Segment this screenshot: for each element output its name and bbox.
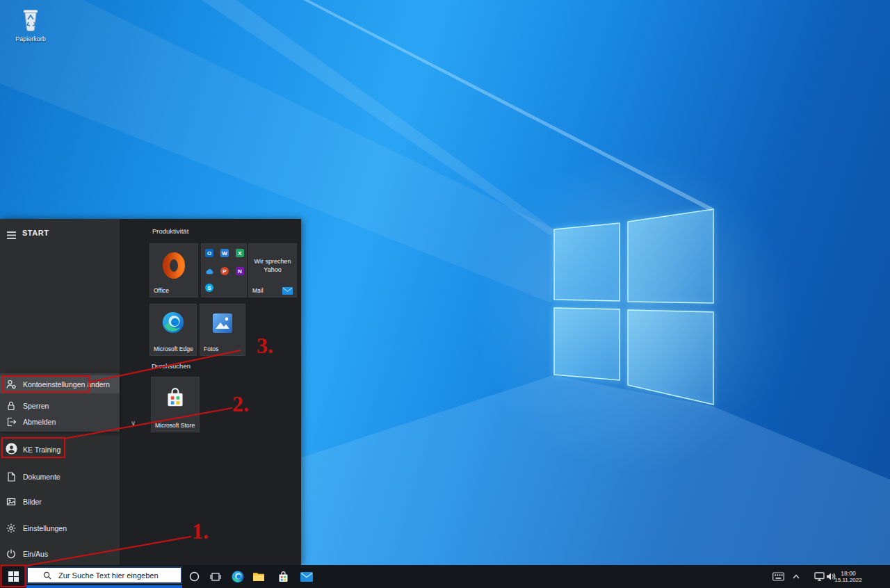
sign-out-icon: [6, 416, 17, 427]
menu-item-pictures[interactable]: Bilder: [0, 493, 120, 511]
power-icon: [6, 548, 17, 560]
store-icon: [277, 571, 289, 583]
recycle-bin-label: Papierkorb: [11, 35, 50, 42]
cortana-icon: [189, 571, 200, 582]
menu-item-sign-out[interactable]: Abmelden: [0, 413, 120, 431]
clock-time: 18:00: [841, 570, 855, 577]
file-explorer-button[interactable]: [250, 565, 268, 588]
mail-icon: [300, 572, 313, 582]
menu-item-label: Dokumente: [23, 473, 60, 481]
document-icon: [6, 471, 17, 482]
tile-label: Fotos: [204, 345, 218, 352]
taskbar-search[interactable]: [26, 566, 182, 584]
clock-date: 15.11.2022: [834, 577, 861, 584]
photos-icon: [213, 313, 232, 333]
menu-item-label: Sperren: [23, 402, 49, 410]
task-view-button[interactable]: [207, 565, 225, 588]
search-icon: [43, 571, 51, 580]
lock-icon: [6, 400, 17, 411]
pictures-icon: [6, 496, 17, 507]
menu-item-label: Kontoeinstellungen ändern: [23, 380, 110, 389]
menu-item-settings[interactable]: Einstellungen: [0, 519, 120, 537]
tile-microsoft-edge[interactable]: Microsoft Edge: [149, 304, 197, 356]
start-menu: START Kontoeinstellungen ändern Sperren: [0, 219, 301, 565]
user-avatar-icon: [6, 443, 17, 454]
tile-mail[interactable]: Wir sprechen Yahoo Mail: [248, 243, 297, 297]
tile-group-title: Durchsuchen: [152, 362, 191, 370]
office-icon: [160, 252, 188, 281]
taskbar-mail-button[interactable]: [298, 565, 316, 588]
start-button[interactable]: [0, 565, 26, 588]
edge-icon: [232, 571, 244, 583]
task-view-icon: [210, 572, 221, 582]
start-menu-header: START: [0, 227, 120, 242]
onedrive-icon: [205, 267, 213, 275]
menu-item-label: KE Training: [23, 446, 60, 454]
powerpoint-icon: P: [220, 267, 229, 275]
menu-item-label: Einstellungen: [23, 524, 67, 532]
search-input[interactable]: [57, 571, 175, 580]
taskbar-edge-button[interactable]: [229, 565, 247, 588]
folder-icon: [252, 571, 265, 582]
hamburger-menu-icon[interactable]: [7, 229, 16, 242]
touch-keyboard-icon[interactable]: [769, 565, 787, 588]
tile-office-apps[interactable]: O W X P N S: [201, 243, 247, 297]
start-menu-tiles: Produktivität Office O W X P: [120, 219, 301, 565]
office-mini-icons: O W X P N S: [205, 247, 244, 293]
network-icon[interactable]: [813, 565, 825, 588]
tile-group-title: Produktivität: [152, 227, 188, 235]
taskbar-store-button[interactable]: [274, 565, 292, 588]
mail-tile-headline: Wir sprechen Yahoo: [248, 257, 297, 274]
menu-item-label: Abmelden: [23, 418, 56, 426]
menu-item-account-settings[interactable]: Kontoeinstellungen ändern: [0, 375, 120, 393]
tile-microsoft-store[interactable]: Microsoft Store: [151, 377, 200, 432]
cortana-button[interactable]: [185, 565, 203, 588]
tile-label: Office: [154, 287, 169, 294]
skype-icon: S: [205, 284, 213, 292]
word-icon: W: [220, 249, 229, 257]
tile-label: Microsoft Store: [155, 422, 195, 429]
search-accent-underline: [26, 585, 182, 588]
recycle-bin-icon: [19, 7, 42, 32]
menu-item-documents[interactable]: Dokumente: [0, 468, 120, 486]
mail-icon: [282, 287, 293, 295]
menu-item-power[interactable]: Ein/Aus: [0, 545, 120, 563]
edge-icon: [162, 311, 184, 334]
chevron-down-icon[interactable]: ∨: [131, 419, 136, 427]
store-icon: [165, 386, 186, 409]
tile-label: Mail: [252, 287, 264, 294]
tile-fotos[interactable]: Fotos: [200, 304, 245, 356]
excel-icon: X: [236, 249, 244, 257]
menu-item-label: Bilder: [23, 498, 42, 506]
start-menu-title: START: [22, 229, 49, 237]
onenote-icon: N: [236, 267, 244, 275]
tray-chevron-up-icon[interactable]: [791, 565, 802, 588]
settings-gear-icon: [6, 523, 17, 534]
tile-office[interactable]: Office: [149, 243, 198, 297]
user-account-button[interactable]: KE Training: [0, 439, 120, 460]
user-settings-icon: [6, 379, 17, 390]
recycle-bin-shortcut[interactable]: Papierkorb: [11, 7, 50, 46]
menu-item-label: Ein/Aus: [23, 550, 48, 558]
outlook-icon: O: [205, 249, 213, 257]
windows-desktop: Papierkorb START Kontoeinstellungen ände…: [0, 0, 890, 588]
windows-start-icon: [8, 571, 19, 582]
tile-label: Microsoft Edge: [154, 345, 193, 352]
taskbar-clock[interactable]: 18:00 15.11.2022: [834, 565, 862, 588]
